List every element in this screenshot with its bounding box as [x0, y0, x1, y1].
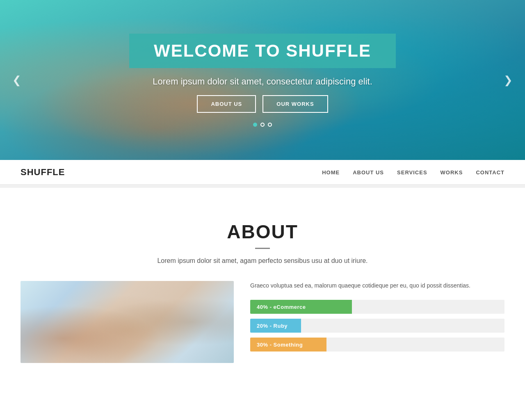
skill-track-yellow: 30% - Something: [250, 338, 504, 352]
skill-track-ruby: 20% - Ruby: [250, 319, 504, 333]
nav-item-home[interactable]: HOME: [322, 169, 340, 176]
about-text-normal: Graeco voluptua sed ea, malorum quaeque …: [250, 282, 470, 289]
navbar-nav: HOME ABOUT US SERVICES WORKS CONTACT: [322, 169, 504, 176]
hero-section: ❮ ❯ WELCOME TO SHUFFLE Lorem ipsum dolor…: [0, 0, 525, 160]
skill-bar-yellow: 30% - Something: [250, 338, 504, 352]
skill-fill-yellow: 30% - Something: [250, 338, 326, 352]
hero-dots: [253, 123, 272, 127]
nav-link-home[interactable]: HOME: [322, 169, 340, 176]
about-right-column: Graeco voluptua sed ea, malorum quaeque …: [250, 281, 504, 356]
skill-fill-ruby: 20% - Ruby: [250, 319, 301, 333]
about-header: ABOUT Lorem ipsum dolor sit amet, agam p…: [21, 221, 504, 265]
hero-arrow-right[interactable]: ❯: [500, 70, 517, 91]
about-section: ABOUT Lorem ipsum dolor sit amet, agam p…: [0, 188, 525, 379]
nav-item-contact[interactable]: CONTACT: [476, 169, 504, 176]
nav-item-services[interactable]: SERVICES: [397, 169, 427, 176]
nav-link-about[interactable]: ABOUT US: [353, 169, 384, 176]
nav-item-about[interactable]: ABOUT US: [353, 169, 384, 176]
skill-label-ecommerce: 40% - eCommerce: [257, 304, 306, 310]
skill-bar-ecommerce: 40% - eCommerce: [250, 300, 504, 314]
about-description: Lorem ipsum dolor sit amet, agam perfect…: [21, 257, 504, 265]
hero-dot-3[interactable]: [268, 123, 272, 127]
hero-title: WELCOME TO SHUFFLE: [154, 41, 371, 61]
section-separator: [0, 185, 525, 188]
skill-bar-ruby: 20% - Ruby: [250, 319, 504, 333]
nav-item-works[interactable]: WORKS: [441, 169, 463, 176]
nav-link-works[interactable]: WORKS: [441, 169, 463, 176]
hero-content: WELCOME TO SHUFFLE Lorem ipsum dolor sit…: [129, 34, 396, 127]
nav-link-services[interactable]: SERVICES: [397, 169, 427, 176]
skill-label-ruby: 20% - Ruby: [257, 323, 288, 329]
about-body-text: Graeco voluptua sed ea, malorum quaeque …: [250, 281, 504, 290]
about-us-button[interactable]: ABOUT US: [197, 95, 256, 113]
navbar-brand[interactable]: SHUFFLE: [21, 167, 65, 178]
hero-dot-1[interactable]: [253, 123, 257, 127]
about-title: ABOUT: [21, 221, 504, 243]
skill-track-ecommerce: 40% - eCommerce: [250, 300, 504, 314]
hero-arrow-left[interactable]: ❮: [8, 70, 25, 91]
about-divider: [255, 248, 270, 249]
about-content: Graeco voluptua sed ea, malorum quaeque …: [21, 281, 504, 363]
nav-link-contact[interactable]: CONTACT: [476, 169, 504, 176]
hero-subtitle: Lorem ipsum dolor sit amet, consectetur …: [153, 76, 372, 87]
hero-title-box: WELCOME TO SHUFFLE: [129, 34, 396, 68]
about-team-image: [21, 281, 234, 363]
hero-buttons: ABOUT US OUR WORKS: [197, 95, 328, 113]
our-works-button[interactable]: OUR WORKS: [262, 95, 328, 113]
navbar: SHUFFLE HOME ABOUT US SERVICES WORKS CON…: [0, 160, 525, 185]
skill-fill-ecommerce: 40% - eCommerce: [250, 300, 352, 314]
hero-dot-2[interactable]: [260, 123, 265, 127]
skill-label-yellow: 30% - Something: [257, 342, 303, 348]
